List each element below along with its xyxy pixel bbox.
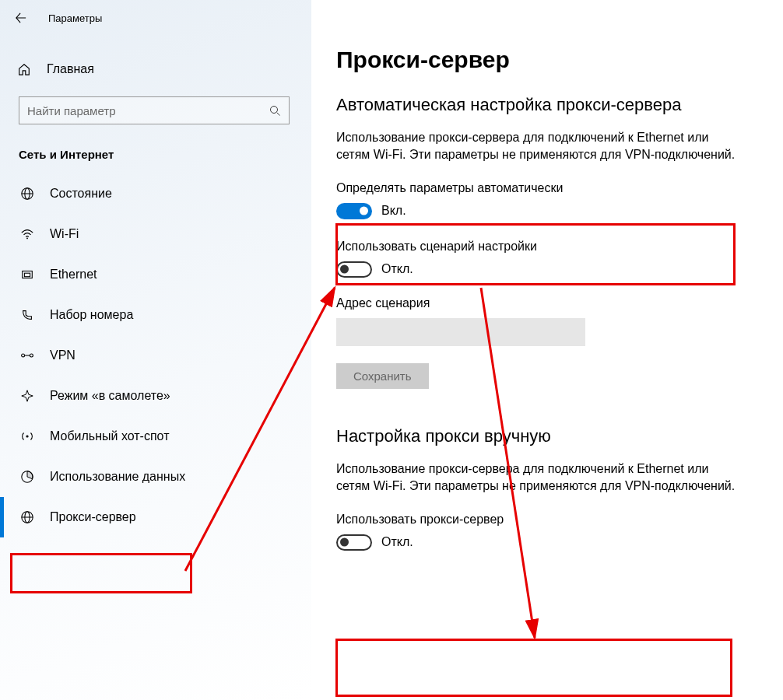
home-icon bbox=[17, 62, 31, 76]
page-title: Прокси-сервер bbox=[336, 47, 764, 73]
wifi-icon bbox=[20, 227, 34, 241]
manual-use-block: Использовать прокси-сервер Откл. bbox=[336, 513, 764, 551]
script-toggle[interactable] bbox=[336, 261, 372, 278]
annotation-highlight-manual-use bbox=[336, 639, 732, 696]
hotspot-icon bbox=[20, 429, 34, 443]
auto-detect-toggle[interactable] bbox=[336, 203, 372, 219]
nav-label: Использование данных bbox=[50, 470, 185, 484]
manual-use-toggle[interactable] bbox=[336, 534, 372, 551]
nav-item-ethernet[interactable]: Ethernet bbox=[0, 254, 311, 295]
svg-point-9 bbox=[30, 354, 33, 357]
back-button[interactable] bbox=[16, 12, 26, 23]
nav-item-wifi[interactable]: Wi-Fi bbox=[0, 214, 311, 254]
search-wrap bbox=[0, 87, 311, 124]
auto-detect-label: Определять параметры автоматически bbox=[336, 181, 764, 195]
auto-detect-block: Определять параметры автоматически Вкл. bbox=[336, 181, 764, 240]
app-title: Параметры bbox=[48, 12, 102, 24]
auto-detect-state: Вкл. bbox=[381, 204, 406, 218]
home-label: Главная bbox=[47, 62, 94, 76]
nav-item-hotspot[interactable]: Мобильный хот-спот bbox=[0, 416, 311, 457]
nav-list: Состояние Wi-Fi Ethernet Набор номера VP bbox=[0, 173, 311, 537]
home-link[interactable]: Главная bbox=[0, 51, 311, 87]
manual-use-label: Использовать прокси-сервер bbox=[336, 513, 764, 527]
main-content: Прокси-сервер Автоматическая настройка п… bbox=[336, 47, 764, 569]
manual-use-state: Откл. bbox=[381, 535, 413, 549]
svg-point-5 bbox=[26, 238, 28, 240]
airplane-icon bbox=[20, 389, 34, 403]
nav-label: Прокси-сервер bbox=[50, 510, 136, 524]
script-state: Откл. bbox=[381, 262, 413, 276]
auto-section-description: Использование прокси-сервера для подключ… bbox=[336, 129, 741, 164]
svg-line-1 bbox=[276, 112, 279, 115]
script-address-input[interactable] bbox=[336, 318, 585, 346]
titlebar: Параметры bbox=[0, 6, 311, 30]
svg-point-11 bbox=[26, 435, 28, 437]
nav-label: Wi-Fi bbox=[50, 227, 79, 241]
nav-label: Режим «в самолете» bbox=[50, 389, 170, 403]
save-button[interactable]: Сохранить bbox=[336, 363, 429, 389]
nav-label: Набор номера bbox=[50, 308, 133, 322]
script-address-label: Адрес сценария bbox=[336, 296, 764, 310]
phone-icon bbox=[20, 308, 34, 322]
manual-section-description: Использование прокси-сервера для подключ… bbox=[336, 460, 741, 495]
svg-point-8 bbox=[22, 354, 25, 357]
section-header: Сеть и Интернет bbox=[0, 124, 311, 166]
search-box[interactable] bbox=[19, 96, 290, 124]
search-input[interactable] bbox=[27, 104, 269, 117]
nav-item-vpn[interactable]: VPN bbox=[0, 335, 311, 376]
globe-icon bbox=[20, 510, 34, 524]
ethernet-icon bbox=[20, 268, 34, 282]
arrow-left-icon bbox=[16, 12, 26, 23]
nav-item-status[interactable]: Состояние bbox=[0, 173, 311, 214]
nav-label: Состояние bbox=[50, 187, 112, 201]
nav-item-airplane[interactable]: Режим «в самолете» bbox=[0, 376, 311, 416]
nav-label: Ethernet bbox=[50, 268, 97, 282]
nav-item-proxy[interactable]: Прокси-сервер bbox=[0, 497, 311, 537]
nav-item-data-usage[interactable]: Использование данных bbox=[0, 457, 311, 497]
globe-icon bbox=[20, 187, 34, 201]
search-icon bbox=[269, 105, 281, 117]
svg-rect-7 bbox=[24, 273, 30, 277]
auto-section-heading: Автоматическая настройка прокси-сервера bbox=[336, 95, 764, 115]
manual-section-heading: Настройка прокси вручную bbox=[336, 426, 764, 446]
nav-item-dialup[interactable]: Набор номера bbox=[0, 295, 311, 335]
script-label: Использовать сценарий настройки bbox=[336, 240, 764, 254]
vpn-icon bbox=[20, 348, 34, 362]
nav-label: VPN bbox=[50, 348, 75, 362]
svg-point-0 bbox=[270, 106, 277, 113]
nav-label: Мобильный хот-спот bbox=[50, 429, 169, 443]
sidebar: Параметры Главная Сеть и Интернет Состоя… bbox=[0, 0, 311, 700]
data-usage-icon bbox=[20, 470, 34, 484]
